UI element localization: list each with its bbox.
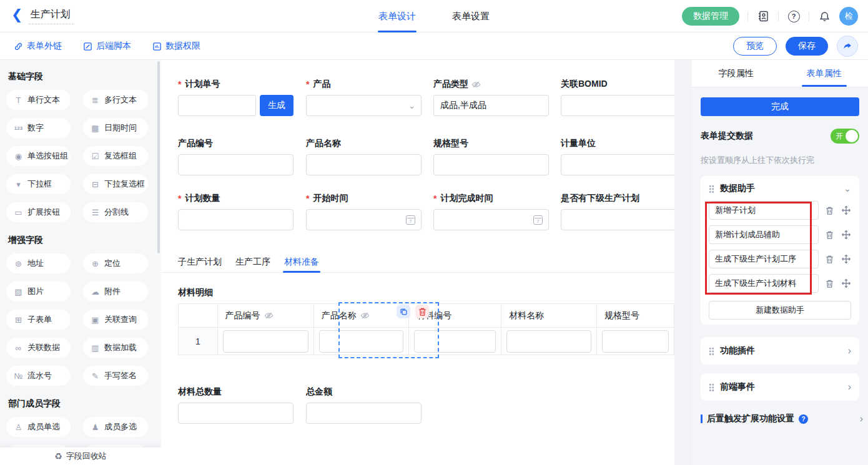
help-icon[interactable]: ? — [787, 9, 801, 23]
text-input[interactable]: 成品,半成品 — [433, 95, 549, 116]
sidebar-field-locate[interactable]: ⊕定位 — [83, 253, 148, 273]
canvas-field-9[interactable]: *开始时间 — [306, 193, 422, 230]
sidebar-field-datetime[interactable]: ▦日期时间 — [83, 118, 148, 138]
text-input[interactable] — [178, 154, 293, 175]
delete-icon[interactable] — [824, 254, 835, 265]
move-icon[interactable] — [841, 278, 851, 289]
sidebar-field-dropdown[interactable]: ▾下拉框 — [6, 174, 71, 194]
sidebar-field-subform[interactable]: ⊞子表单 — [6, 310, 71, 330]
assistant-item-name[interactable]: 生成下级生产计划材料 — [709, 274, 819, 293]
preview-button[interactable]: 预览 — [733, 37, 777, 56]
sidebar-field-radio-group[interactable]: ◉单选按钮组 — [6, 146, 71, 166]
delete-icon[interactable] — [824, 205, 835, 216]
sidebar-field-multi-line-text[interactable]: ≣多行文本 — [83, 90, 148, 110]
text-input[interactable] — [178, 209, 293, 230]
cell-input[interactable] — [602, 330, 669, 353]
text-input[interactable] — [178, 95, 256, 116]
assistant-item-name[interactable]: 新增计划成品辅助 — [709, 225, 819, 244]
back-icon[interactable]: ❮ — [11, 8, 22, 22]
sidebar-field-extend-button[interactable]: ▭扩展按钮 — [6, 202, 71, 222]
toolbar-link-0[interactable]: 表单外链 — [14, 41, 62, 52]
post-trigger-settings-row[interactable]: 后置触发扩展功能设置 ? › — [701, 413, 863, 424]
toolbar-link-1[interactable]: 后端脚本 — [83, 41, 131, 52]
date-input[interactable] — [306, 209, 422, 230]
text-input[interactable] — [306, 403, 422, 424]
sidebar-field-member-multi[interactable]: ♟成员多选 — [83, 417, 148, 437]
help-badge-icon[interactable]: ? — [799, 414, 808, 424]
panel-tab-field-props[interactable]: 字段属性 — [692, 60, 780, 87]
detail-tab-2[interactable]: 材料准备 — [284, 257, 319, 273]
chevron-right-icon[interactable]: › — [848, 345, 851, 356]
text-input[interactable] — [561, 209, 674, 230]
field-recycle-bin[interactable]: ♻ 字段回收站 — [0, 448, 161, 465]
new-data-assistant-button[interactable]: 新建数据助手 — [709, 301, 851, 320]
canvas-field-7[interactable]: 计量单位 — [561, 138, 674, 175]
cell-input[interactable] — [319, 330, 403, 353]
canvas-footer-field-1[interactable]: 总金额 — [306, 386, 422, 424]
assistant-item-name[interactable]: 新增子计划 — [709, 201, 819, 220]
move-icon[interactable] — [841, 205, 851, 216]
text-input[interactable] — [306, 154, 422, 175]
canvas-field-8[interactable]: *计划数量 — [178, 193, 293, 230]
user-avatar[interactable]: 检 — [839, 7, 858, 26]
drag-handle-icon[interactable] — [709, 185, 714, 193]
sidebar-field-single-line-text[interactable]: T单行文本 — [6, 90, 71, 110]
data-manage-button[interactable]: 数据管理 — [682, 7, 739, 26]
contact-book-icon[interactable] — [756, 9, 770, 23]
chevron-down-icon[interactable]: ⌄ — [844, 184, 851, 193]
chevron-right-icon[interactable]: › — [860, 413, 863, 424]
sidebar-field-checkbox-group[interactable]: ☑复选框组 — [83, 146, 148, 166]
canvas-field-6[interactable]: 规格型号 — [433, 138, 549, 175]
delete-icon[interactable] — [824, 230, 835, 240]
submit-data-toggle[interactable]: 开 — [831, 129, 859, 144]
move-icon[interactable] — [841, 254, 851, 265]
notification-bell-icon[interactable] — [817, 9, 831, 23]
drag-handle-icon[interactable] — [709, 383, 714, 391]
canvas-field-5[interactable]: 产品名称 — [306, 138, 422, 175]
canvas-field-3[interactable]: 关联BOMID — [561, 79, 674, 116]
text-input[interactable] — [433, 154, 549, 175]
frontend-event-card[interactable]: 前端事件 › — [701, 373, 859, 401]
delete-icon[interactable] — [824, 278, 835, 289]
sidebar-field-linked-data[interactable]: ∞关联数据 — [6, 338, 71, 358]
panel-tab-form-props[interactable]: 表单属性 — [780, 60, 868, 87]
sidebar-field-member-single[interactable]: ♙成员单选 — [6, 417, 71, 437]
done-button[interactable]: 完成 — [701, 97, 859, 116]
move-icon[interactable] — [841, 230, 851, 240]
sidebar-field-linked-query[interactable]: ▣关联查询 — [83, 310, 148, 330]
sidebar-field-dropdown-multi[interactable]: ⊟下拉复选框 — [83, 174, 148, 194]
toolbar-link-2[interactable]: 数据权限 — [152, 41, 200, 52]
delete-column-icon[interactable] — [415, 305, 429, 318]
sidebar-field-number[interactable]: 123数字 — [6, 118, 71, 138]
canvas-field-10[interactable]: *计划完成时间 — [433, 193, 549, 230]
canvas-field-1[interactable]: *产品⌄ — [306, 79, 422, 116]
canvas-field-0[interactable]: *计划单号生成 — [178, 79, 293, 116]
text-input[interactable] — [178, 403, 293, 424]
sidebar-field-divider[interactable]: ☰分割线 — [83, 202, 148, 222]
canvas-field-2[interactable]: 产品类型成品,半成品 — [433, 79, 549, 116]
function-plugin-card[interactable]: 功能插件 › — [701, 337, 859, 365]
sidebar-field-data-load[interactable]: ▥数据加载 — [83, 338, 148, 358]
sidebar-field-attachment[interactable]: ☁附件 — [83, 281, 148, 301]
copy-column-icon[interactable] — [397, 305, 410, 318]
text-input[interactable] — [561, 154, 674, 175]
header-tab-form-design[interactable]: 表单设计 — [378, 0, 416, 32]
canvas-footer-field-0[interactable]: 材料总数量 — [178, 386, 293, 424]
detail-tab-0[interactable]: 子生产计划 — [178, 257, 222, 273]
sidebar-field-signature[interactable]: ✎手写签名 — [83, 366, 148, 386]
text-input[interactable] — [561, 95, 674, 116]
header-tab-form-settings[interactable]: 表单设置 — [452, 0, 490, 32]
sidebar-field-serial-number[interactable]: №流水号 — [6, 366, 71, 386]
share-icon[interactable] — [837, 36, 858, 57]
sidebar-scrollbar[interactable] — [157, 61, 160, 253]
cell-input[interactable] — [223, 330, 308, 353]
sidebar-field-address[interactable]: ⊚地址 — [6, 253, 71, 273]
save-button[interactable]: 保存 — [786, 37, 828, 56]
assistant-item-name[interactable]: 生成下级生产计划工序 — [709, 250, 819, 268]
cell-input[interactable] — [414, 330, 496, 353]
sidebar-field-image[interactable]: ▧图片 — [6, 281, 71, 301]
date-input[interactable] — [433, 209, 549, 230]
canvas-field-4[interactable]: 产品编号 — [178, 138, 293, 175]
select-input[interactable]: ⌄ — [306, 95, 422, 116]
generate-button[interactable]: 生成 — [260, 95, 293, 116]
